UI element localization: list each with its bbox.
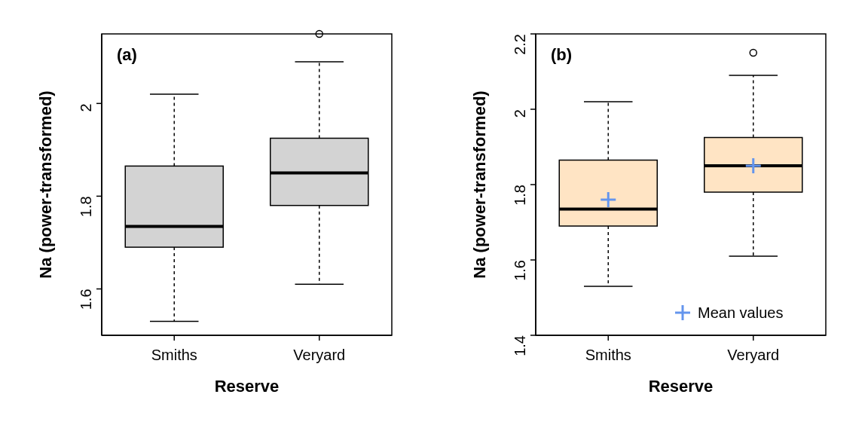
- svg-text:1.8: 1.8: [512, 185, 528, 206]
- y-axis-title-a: Na (power-transformed): [36, 90, 55, 278]
- box-smiths-a: [125, 94, 223, 322]
- legend-label: Mean values: [698, 304, 783, 321]
- x-axis-title-b: Reserve: [649, 377, 714, 396]
- panel-a: (a) 1.6 1.8 2 Na (power-transformed) Smi…: [0, 0, 434, 434]
- svg-text:Smiths: Smiths: [585, 347, 631, 363]
- y-axis-title-b: Na (power-transformed): [470, 90, 489, 278]
- box-veryard-a: [270, 31, 368, 285]
- x-axis-title-a: Reserve: [215, 377, 280, 396]
- chart-container: (a) 1.6 1.8 2 Na (power-transformed) Smi…: [0, 0, 868, 434]
- legend: Mean values: [675, 304, 783, 321]
- svg-text:Veryard: Veryard: [293, 347, 345, 363]
- y-ticks-b: 1.4 1.6 1.8 2 2.2: [512, 34, 536, 356]
- panel-label-b: (b): [551, 45, 572, 64]
- x-ticks-a: Smiths Veryard: [151, 335, 346, 363]
- svg-text:Veryard: Veryard: [727, 347, 779, 363]
- svg-text:1.6: 1.6: [78, 289, 94, 310]
- svg-text:2: 2: [512, 109, 528, 118]
- svg-text:1.4: 1.4: [512, 335, 528, 356]
- panel-label-a: (a): [117, 45, 137, 64]
- svg-text:2: 2: [78, 103, 94, 112]
- svg-text:1.6: 1.6: [512, 260, 528, 281]
- outlier-icon: [750, 50, 756, 57]
- box-smiths-b: [559, 102, 657, 286]
- svg-text:Smiths: Smiths: [151, 347, 197, 363]
- x-ticks-b: Smiths Veryard: [585, 335, 780, 363]
- svg-text:1.8: 1.8: [78, 196, 94, 217]
- y-ticks-a: 1.6 1.8 2: [78, 103, 102, 310]
- svg-rect-14: [125, 166, 223, 247]
- box-veryard-b: [704, 50, 802, 257]
- legend-marker-icon: [675, 305, 690, 320]
- panel-b: (b) 1.4 1.6 1.8 2 2.2 Na (power-transfor…: [434, 0, 868, 434]
- svg-text:2.2: 2.2: [512, 34, 528, 55]
